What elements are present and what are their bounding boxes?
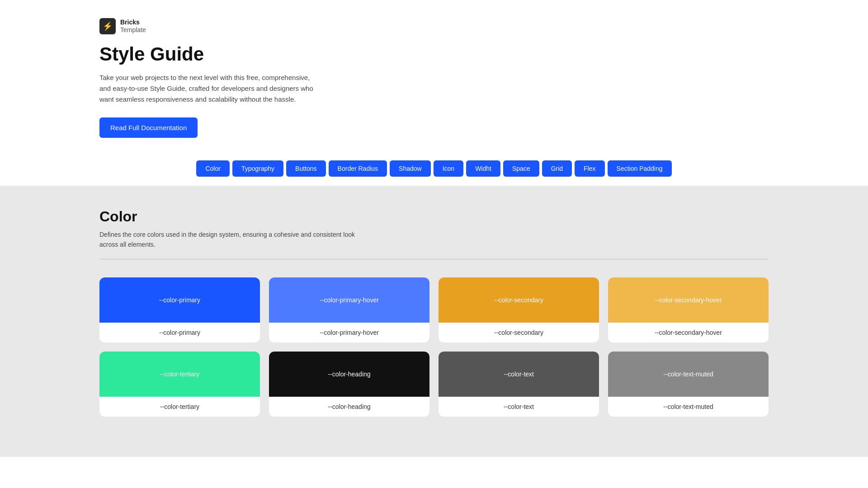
nav-tab-grid[interactable]: Grid (542, 160, 572, 177)
color-grid-top: --color-primary--color-primary--color-pr… (99, 277, 769, 343)
logo-icon: ⚡ (99, 18, 116, 34)
color-card-color-secondary-hover: --color-secondary-hover--color-secondary… (608, 277, 769, 343)
page-title: Style Guide (99, 43, 868, 65)
nav-tab-flex[interactable]: Flex (575, 160, 604, 177)
nav-tab-space[interactable]: Space (503, 160, 539, 177)
nav-tab-border-radius[interactable]: Border Radius (329, 160, 387, 177)
color-swatch: --color-tertiary (99, 352, 260, 397)
section-divider (99, 259, 769, 259)
nav-tab-icon[interactable]: Icon (434, 160, 463, 177)
color-label: --color-text (439, 397, 599, 417)
color-label: --color-tertiary (99, 397, 260, 417)
color-swatch: --color-text-muted (608, 352, 769, 397)
color-swatch: --color-primary-hover (269, 277, 429, 323)
color-card-color-primary: --color-primary--color-primary (99, 277, 260, 343)
color-swatch: --color-primary (99, 277, 260, 323)
color-swatch: --color-heading (269, 352, 429, 397)
color-section-description: Defines the core colors used in the desi… (99, 230, 371, 250)
color-swatch: --color-text (439, 352, 599, 397)
nav-tab-buttons[interactable]: Buttons (286, 160, 326, 177)
color-label: --color-secondary (439, 323, 599, 343)
header-section: ⚡ Bricks Template Style Guide Take your … (0, 0, 868, 151)
content-section: Color Defines the core colors used in th… (0, 186, 868, 457)
color-label: --color-text-muted (608, 397, 769, 417)
color-section-title: Color (99, 208, 769, 225)
read-docs-button[interactable]: Read Full Documentation (99, 117, 198, 138)
color-swatch: --color-secondary-hover (608, 277, 769, 323)
color-card-color-text-muted: --color-text-muted--color-text-muted (608, 352, 769, 417)
nav-tabs: ColorTypographyButtonsBorder RadiusShado… (0, 151, 868, 186)
color-label: --color-secondary-hover (608, 323, 769, 343)
nav-tab-section-padding[interactable]: Section Padding (608, 160, 672, 177)
color-swatch: --color-secondary (439, 277, 599, 323)
color-grid-bottom: --color-tertiary--color-tertiary--color-… (99, 352, 769, 417)
color-label: --color-heading (269, 397, 429, 417)
color-card-color-text: --color-text--color-text (439, 352, 599, 417)
color-card-color-primary-hover: --color-primary-hover--color-primary-hov… (269, 277, 429, 343)
color-card-color-secondary: --color-secondary--color-secondary (439, 277, 599, 343)
logo-text: Bricks Template (120, 19, 146, 34)
logo-area: ⚡ Bricks Template (99, 18, 868, 34)
nav-tab-color[interactable]: Color (196, 160, 229, 177)
color-label: --color-primary-hover (269, 323, 429, 343)
color-card-color-tertiary: --color-tertiary--color-tertiary (99, 352, 260, 417)
nav-tab-widht[interactable]: Widht (466, 160, 500, 177)
nav-tab-typography[interactable]: Typography (232, 160, 283, 177)
page-description: Take your web projects to the next level… (99, 72, 316, 105)
nav-tab-shadow[interactable]: Shadow (390, 160, 431, 177)
color-card-color-heading: --color-heading--color-heading (269, 352, 429, 417)
color-label: --color-primary (99, 323, 260, 343)
